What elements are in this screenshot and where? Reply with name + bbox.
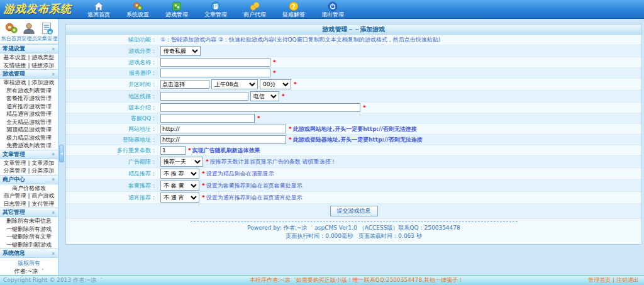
collapse-icon[interactable]: « — [51, 252, 56, 255]
required-asterisk: * — [289, 137, 292, 143]
sidebar-item[interactable]: 分类管理 | 分类添加 — [0, 167, 58, 175]
form-row-game-name: 游戏名称：* — [66, 57, 641, 68]
gears-icon — [4, 21, 18, 35]
sidebar-item[interactable]: 商户管理 | 商户游戏 — [0, 192, 58, 200]
powered-by-block: Powered by: 作者:~凉゛ aspCMS Ver1.0 （ACCESS… — [66, 219, 641, 244]
collapse-icon[interactable]: « — [51, 72, 56, 76]
quick-item-admin-home[interactable]: 后台首页 — [2, 21, 20, 42]
collapse-icon[interactable]: « — [51, 177, 56, 181]
overnight-recommend-fields: 不 通 宵 — [160, 193, 199, 203]
nav-item-articles[interactable]: 文章管理 — [202, 1, 230, 18]
required-asterisk: * — [363, 104, 366, 111]
nav-item-home[interactable]: 返回首页 — [85, 1, 113, 18]
nav-item-faq[interactable]: ?疑难解答 — [280, 1, 308, 18]
open-time-select-1[interactable]: 上午08点 — [211, 79, 258, 89]
add-game-panel: 游戏管理－－添加游戏 辅助功能： ①：智能添加游戏内容 ②：快速粘贴游戏内容(支… — [65, 24, 642, 245]
required-asterisk: * — [202, 194, 205, 201]
svg-text:e: e — [48, 30, 52, 35]
sidebar-item[interactable]: 通宵推荐游戏管理 — [0, 103, 58, 111]
sidebar-item[interactable]: 友情链接 | 链接添加 — [0, 62, 58, 70]
article-icon — [211, 1, 221, 11]
sidebar-collapse-handle[interactable]: ◂ — [59, 145, 64, 162]
form-row-service-qq: 客服QQ：* — [66, 113, 641, 124]
premium-recommend-select[interactable]: 不 推 荐 — [160, 169, 199, 179]
footer-links[interactable]: 管理首页 | 注销退出 — [550, 276, 644, 284]
nav-item-settings[interactable]: 系统设置 — [124, 1, 152, 18]
collapse-icon[interactable]: « — [51, 47, 56, 51]
yellow-recommend-note: 设置为套黄推荐则会在首页套黄处显示 — [206, 182, 303, 190]
form-row-ad-period: 广告期限：推荐一天*按推荐天数计算首页显示广告的条数 请慎重选择！ — [66, 156, 641, 168]
ad-period-fields: 推荐一天 — [160, 157, 203, 167]
game-category-select[interactable]: 传奇私服 — [160, 46, 201, 56]
submit-game-button[interactable]: 提交游戏信息 — [330, 206, 378, 216]
region-line-input-0[interactable] — [160, 92, 248, 101]
nav-item-label: 系统设置 — [126, 11, 149, 18]
sidebar-section-header-general-settings[interactable]: 常规设置« — [0, 44, 58, 53]
form-row-premium-recommend: 精品推荐：不 推 荐*设置为精品则会在顶部显示 — [66, 168, 641, 180]
sidebar-item[interactable]: 基本设置 | 游戏类型 — [0, 53, 58, 62]
main-content: 游戏管理－－添加游戏 辅助功能： ①：智能添加游戏内容 ②：快速粘贴游戏内容(支… — [65, 24, 642, 275]
repeat-count-fields — [160, 146, 186, 155]
region-line-select-1[interactable]: 电信 — [250, 91, 279, 101]
required-asterisk: * — [257, 115, 260, 121]
quick-item-admin-user[interactable]: 管理员 — [20, 21, 38, 42]
helper-links[interactable]: ①：智能添加游戏内容 ②：快速粘贴游戏内容(支持QQ窗口复制和文本文档复制的游戏… — [160, 36, 440, 44]
sidebar-item[interactable]: 日志管理 | 支付管理 — [0, 200, 58, 208]
required-asterisk: * — [289, 126, 292, 132]
version-intro-input[interactable] — [160, 103, 360, 112]
site-url-fields — [160, 125, 286, 133]
form-row-repeat-count: 多行重复条数：*实现广告随机刷新连体效果 — [66, 145, 641, 156]
sidebar-item[interactable]: 审核游戏 | 添加游戏 — [0, 79, 58, 87]
sidebar-item[interactable]: 套餐推荐游戏管理 — [0, 94, 58, 103]
version-intro-label: 版本介绍： — [66, 104, 160, 112]
version-intro-fields — [160, 103, 360, 112]
required-asterisk: * — [282, 93, 285, 99]
sidebar-item[interactable]: 一键删除到期游戏 — [0, 241, 58, 249]
open-time-input-0[interactable] — [160, 80, 209, 89]
sidebar-item[interactable]: 一键删除所有文章 — [0, 233, 58, 241]
sidebar-item[interactable]: 免费游戏列表管理 — [0, 142, 58, 150]
quick-item-label: 采集管理 — [36, 35, 57, 42]
quick-item-collect-mgmt[interactable]: e采集管理 — [38, 21, 56, 42]
sidebar-section-header-other-mgmt[interactable]: 其它管理« — [0, 208, 58, 217]
sidebar: 后台首页管理员e采集管理常规设置«基本设置 | 游戏类型友情链接 | 链接添加游… — [0, 19, 58, 275]
repeat-count-note: 实现广告随机刷新连体效果 — [192, 147, 260, 155]
form-row-yellow-recommend: 套黄推荐：不 套 黄*设置为套黄推荐则会在首页套黄处显示 — [66, 180, 641, 192]
sidebar-section-header-game-mgmt[interactable]: 游戏管理« — [0, 69, 58, 79]
service-qq-input[interactable] — [160, 114, 255, 123]
sidebar-item[interactable]: 商户价格修改 — [0, 184, 58, 193]
sidebar-item[interactable]: 固顶精品游戏管理 — [0, 126, 58, 134]
open-time-select-2[interactable]: 00分 — [260, 79, 291, 89]
repeat-count-input[interactable] — [160, 146, 186, 155]
sidebar-item[interactable]: 一键删除所有游戏 — [0, 225, 58, 233]
nav-item-label: 返回首页 — [87, 11, 110, 18]
question-icon: ? — [289, 1, 299, 11]
sidebar-item[interactable]: 精品通宵游戏管理 — [0, 110, 58, 118]
sidebar-item[interactable]: 全天精品游戏管理 — [0, 118, 58, 126]
sidebar-section-header-merchant-center[interactable]: 商户中心« — [0, 175, 58, 184]
nav-item-logout[interactable]: 退出管理 — [319, 1, 347, 18]
nav-item-games[interactable]: 游戏管理 — [163, 1, 191, 18]
overnight-recommend-select[interactable]: 不 通 宵 — [160, 193, 199, 203]
server-ip-input[interactable] — [160, 69, 270, 77]
nav-item-merchant[interactable]: 商户代理 — [241, 1, 269, 18]
game-name-fields — [160, 58, 270, 67]
sidebar-section-header-article-mgmt[interactable]: 文章管理« — [0, 150, 58, 159]
game-name-input[interactable] — [160, 58, 270, 67]
required-asterisk: * — [273, 59, 276, 65]
collapse-icon[interactable]: « — [51, 152, 56, 156]
sidebar-item[interactable]: 所有游戏列表管理 — [0, 87, 58, 95]
sidebar-item[interactable]: 极力精品游戏管理 — [0, 134, 58, 142]
ad-period-select[interactable]: 推荐一天 — [160, 157, 203, 167]
nav-item-label: 退出管理 — [321, 11, 344, 18]
launcher-url-input[interactable] — [160, 135, 286, 144]
section-title: 系统信息 — [3, 249, 25, 257]
sidebar-section-header-system-info[interactable]: 系统信息« — [0, 249, 58, 258]
form-row-open-time: 开区时间：上午08点00分* — [66, 79, 641, 91]
nav-item-label: 游戏管理 — [165, 11, 188, 18]
site-url-input[interactable] — [160, 125, 286, 133]
yellow-recommend-select[interactable]: 不 套 黄 — [160, 181, 199, 191]
sidebar-item[interactable]: 删除所有未审信息 — [0, 217, 58, 225]
sidebar-item[interactable]: 文章管理 | 文章添加 — [0, 159, 58, 167]
collapse-icon[interactable]: « — [51, 211, 56, 215]
